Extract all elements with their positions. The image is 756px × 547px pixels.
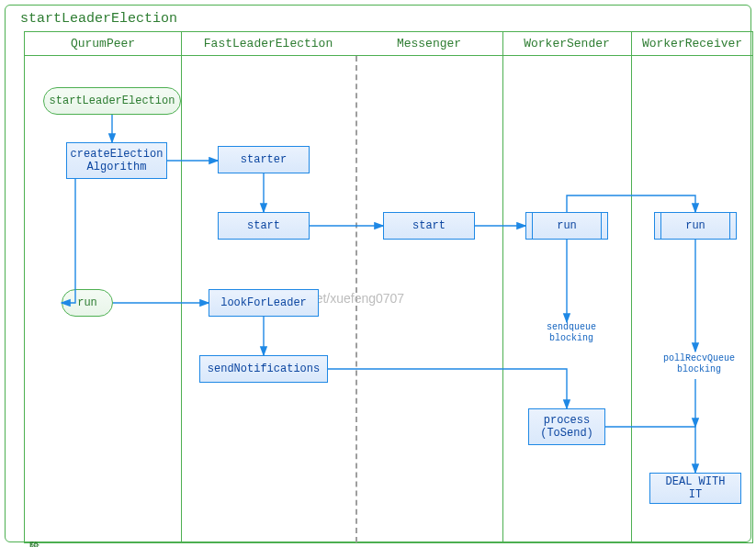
diagram-frame: startLeaderElection QurumPeer FastLeader… [0, 0, 756, 547]
inner-frame: QurumPeer FastLeaderElection Messenger W… [24, 31, 753, 543]
node-run-ws: run [525, 212, 608, 240]
ann-sendqueue: sendqueue blocking [544, 322, 599, 343]
ann-pollrecvqueue: pollRecvQueue blocking [662, 353, 736, 374]
node-lookforleader: lookForLeader [209, 289, 319, 317]
node-starter: starter [218, 146, 310, 173]
col-header-qurumpeer: QurumPeer [25, 32, 181, 56]
col-header-fle: FastLeaderElection [181, 32, 355, 56]
col-sep-3 [502, 32, 503, 542]
col-sep-1 [181, 32, 182, 542]
node-start-msg: start [383, 212, 475, 240]
node-run-qp: run [62, 289, 113, 317]
node-dealwithit: DEAL WITH IT [649, 473, 741, 504]
node-run-wr-label: run [685, 219, 705, 232]
node-process-tosend: process (ToSend) [528, 408, 605, 445]
node-start-fle: start [218, 212, 310, 240]
node-sendnotifications: sendNotifications [199, 355, 328, 383]
col-header-messenger: Messenger [355, 32, 502, 56]
node-startleaderelection: startLeaderElection [43, 87, 181, 115]
col-header-workersender: WorkerSender [502, 32, 631, 56]
col-sep-4 [631, 32, 632, 542]
node-createelectionalgorithm: createElection Algorithm [66, 142, 167, 179]
col-header-workerreceiver: WorkerReceiver [631, 32, 753, 56]
outer-border: startLeaderElection QurumPeer FastLeader… [5, 5, 751, 542]
node-run-wr: run [654, 212, 737, 240]
node-run-ws-label: run [557, 219, 577, 232]
diagram-title: startLeaderElection [20, 11, 177, 27]
